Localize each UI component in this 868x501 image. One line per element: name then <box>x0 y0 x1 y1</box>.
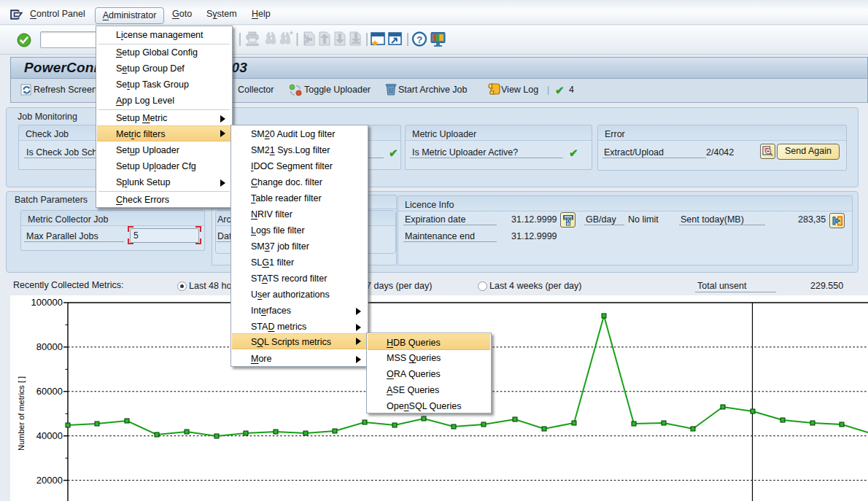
svg-text:20000: 20000 <box>36 475 63 486</box>
svg-text:?: ? <box>416 34 422 45</box>
svg-text:60000: 60000 <box>36 386 63 397</box>
svg-text:Number of metrics [ ]: Number of metrics [ ] <box>17 376 26 451</box>
svg-text:100000: 100000 <box>31 297 63 308</box>
svg-text:80000: 80000 <box>36 341 63 352</box>
svg-text:40000: 40000 <box>36 430 63 441</box>
